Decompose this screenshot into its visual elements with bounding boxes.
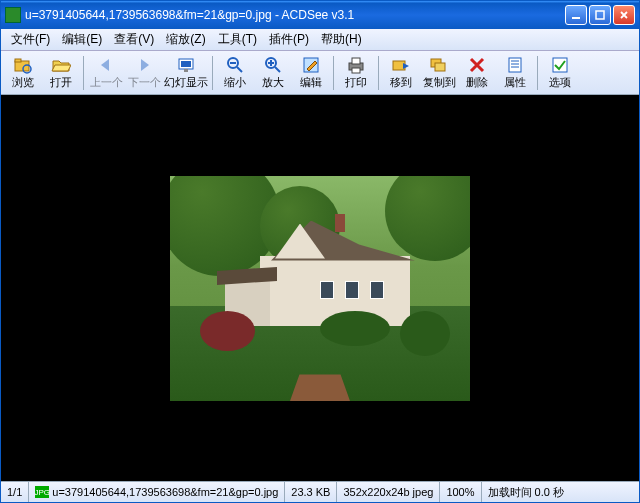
svg-line-12 — [275, 67, 280, 72]
prev-button[interactable]: 上一个 — [88, 53, 124, 93]
maximize-button[interactable] — [589, 5, 611, 25]
zoomin-button[interactable]: 放大 — [255, 53, 291, 93]
properties-icon — [505, 55, 525, 75]
prev-label: 上一个 — [90, 75, 123, 90]
zoomout-label: 缩小 — [224, 75, 246, 90]
folder-move-icon — [391, 55, 411, 75]
status-filename: JPG u=3791405644,1739563698&fm=21&gp=0.j… — [29, 482, 285, 502]
svg-rect-17 — [352, 58, 360, 64]
arrow-right-icon — [134, 55, 154, 75]
copyto-button[interactable]: 复制到 — [421, 53, 457, 93]
status-filesize: 23.3 KB — [285, 482, 337, 502]
svg-rect-0 — [572, 17, 580, 19]
statusbar: 1/1 JPG u=3791405644,1739563698&fm=21&gp… — [1, 481, 639, 502]
svg-rect-21 — [435, 63, 445, 71]
folder-copy-icon — [429, 55, 449, 75]
arrow-left-icon — [96, 55, 116, 75]
browse-button[interactable]: 浏览 — [5, 53, 41, 93]
print-button[interactable]: 打印 — [338, 53, 374, 93]
menu-zoom[interactable]: 缩放(Z) — [160, 29, 211, 50]
toolbar-separator — [378, 56, 379, 90]
svg-rect-18 — [352, 68, 360, 73]
svg-rect-6 — [181, 61, 191, 67]
menu-help[interactable]: 帮助(H) — [315, 29, 368, 50]
zoomin-label: 放大 — [262, 75, 284, 90]
svg-line-9 — [237, 67, 242, 72]
options-button[interactable]: 选项 — [542, 53, 578, 93]
zoomout-button[interactable]: 缩小 — [217, 53, 253, 93]
menu-plugins[interactable]: 插件(P) — [263, 29, 315, 50]
window-controls — [565, 5, 635, 25]
open-button[interactable]: 打开 — [43, 53, 79, 93]
x-delete-icon — [467, 55, 487, 75]
menu-file[interactable]: 文件(F) — [5, 29, 56, 50]
checkbox-icon — [550, 55, 570, 75]
toolbar-separator — [83, 56, 84, 90]
menubar: 文件(F) 编辑(E) 查看(V) 缩放(Z) 工具(T) 插件(P) 帮助(H… — [1, 29, 639, 51]
delete-label: 删除 — [466, 75, 488, 90]
app-window: u=3791405644,1739563698&fm=21&gp=0.jpg -… — [0, 0, 640, 503]
toolbar: 浏览 打开 上一个 下一个 幻灯显示 缩小 放大 编辑 — [1, 51, 639, 95]
window-title: u=3791405644,1739563698&fm=21&gp=0.jpg -… — [25, 8, 565, 22]
jpg-badge-icon: JPG — [35, 486, 49, 498]
moveto-label: 移到 — [390, 75, 412, 90]
zoom-out-icon — [225, 55, 245, 75]
edit-button[interactable]: 编辑 — [293, 53, 329, 93]
menu-view[interactable]: 查看(V) — [108, 29, 160, 50]
delete-button[interactable]: 删除 — [459, 53, 495, 93]
edit-label: 编辑 — [300, 75, 322, 90]
toolbar-separator — [537, 56, 538, 90]
slideshow-label: 幻灯显示 — [164, 75, 208, 90]
next-label: 下一个 — [128, 75, 161, 90]
folder-open-icon — [51, 55, 71, 75]
copyto-label: 复制到 — [423, 75, 456, 90]
close-button[interactable] — [613, 5, 635, 25]
pencil-icon — [301, 55, 321, 75]
titlebar[interactable]: u=3791405644,1739563698&fm=21&gp=0.jpg -… — [1, 1, 639, 29]
print-label: 打印 — [345, 75, 367, 90]
minimize-button[interactable] — [565, 5, 587, 25]
menu-edit[interactable]: 编辑(E) — [56, 29, 108, 50]
slideshow-icon — [176, 55, 196, 75]
svg-rect-7 — [184, 69, 188, 72]
svg-rect-1 — [596, 11, 604, 19]
next-button[interactable]: 下一个 — [126, 53, 162, 93]
app-icon — [5, 7, 21, 23]
zoom-in-icon — [263, 55, 283, 75]
properties-button[interactable]: 属性 — [497, 53, 533, 93]
menu-tools[interactable]: 工具(T) — [212, 29, 263, 50]
folder-tree-icon — [13, 55, 33, 75]
svg-rect-22 — [509, 58, 521, 72]
displayed-image — [170, 176, 470, 401]
browse-label: 浏览 — [12, 75, 34, 90]
status-index: 1/1 — [1, 482, 29, 502]
status-loadtime: 加载时间 0.0 秒 — [482, 482, 639, 502]
status-zoom: 100% — [440, 482, 481, 502]
open-label: 打开 — [50, 75, 72, 90]
svg-rect-3 — [15, 59, 21, 62]
printer-icon — [346, 55, 366, 75]
moveto-button[interactable]: 移到 — [383, 53, 419, 93]
toolbar-separator — [212, 56, 213, 90]
image-viewport[interactable] — [1, 95, 639, 481]
slideshow-button[interactable]: 幻灯显示 — [164, 53, 208, 93]
toolbar-separator — [333, 56, 334, 90]
status-dimensions: 352x220x24b jpeg — [337, 482, 440, 502]
properties-label: 属性 — [504, 75, 526, 90]
options-label: 选项 — [549, 75, 571, 90]
